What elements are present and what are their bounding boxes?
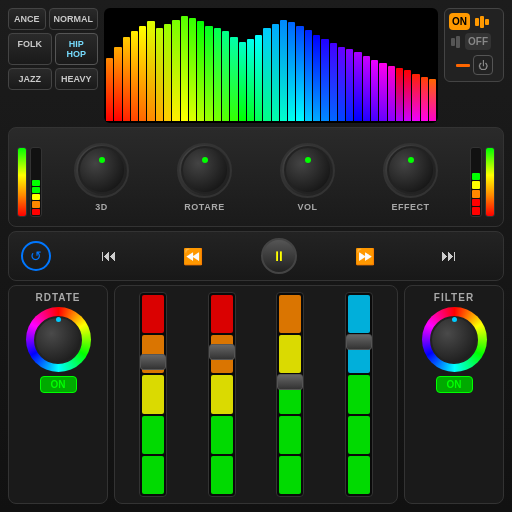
filter-knob[interactable] (422, 307, 487, 372)
fader-channel (190, 292, 255, 497)
spectrum-bar (371, 60, 378, 121)
spectrum-bar (338, 47, 345, 121)
spectrum-bar (429, 79, 436, 121)
rotate-label: RDTATE (35, 292, 80, 303)
genre-btn-folk[interactable]: FOLK (8, 33, 52, 65)
spectrum-bar (321, 39, 328, 121)
fader-track[interactable] (208, 292, 236, 497)
spectrum-bar (205, 26, 212, 121)
spectrum-bar (139, 26, 146, 121)
genre-row-3: JAZZ HEAVY (8, 68, 98, 90)
power-button[interactable]: ⏻ (473, 55, 493, 75)
genre-btn-jazz[interactable]: JAZZ (8, 68, 52, 90)
knob-effect-label: EFFECT (392, 202, 430, 212)
spectrum-bar (255, 35, 262, 121)
knob-3d-label: 3D (95, 202, 108, 212)
spectrum-bar (181, 16, 188, 121)
left-volume-sliders (17, 137, 42, 217)
spectrum-bar (363, 56, 370, 121)
spectrum-bar (222, 31, 229, 121)
spectrum-bar (421, 77, 428, 121)
fader-handle[interactable] (209, 344, 235, 360)
spectrum-bar (296, 26, 303, 121)
genre-row-1: ANCE NORMAL (8, 8, 98, 30)
prev-track-button[interactable]: ⏮ (93, 240, 125, 272)
filter-on-button[interactable]: ON (436, 376, 473, 393)
fader-handle[interactable] (140, 354, 166, 370)
spectrum-bar (131, 31, 138, 121)
spectrum-bar (388, 66, 395, 121)
transport-row: ↺ ⏮ ⏪ ⏸ ⏩ ⏭ (8, 231, 504, 281)
fader-channel (258, 292, 323, 497)
knob-rotare[interactable] (177, 143, 232, 198)
on-button[interactable]: ON (449, 13, 470, 30)
spectrum-bar (379, 63, 386, 121)
spectrum-bar (346, 49, 353, 121)
knob-vol[interactable] (280, 143, 335, 198)
fast-forward-button[interactable]: ⏩ (349, 240, 381, 272)
spectrum-bar (313, 35, 320, 121)
app-container: ANCE NORMAL FOLK HIP HOP JAZZ HEAVY ON (0, 0, 512, 512)
spectrum-bar (280, 20, 287, 121)
spectrum-bar (272, 24, 279, 121)
off-button[interactable]: OFF (465, 33, 491, 50)
fader-handle[interactable] (346, 334, 372, 350)
spectrum-bar (396, 68, 403, 121)
spectrum-bar (263, 28, 270, 121)
top-row: ANCE NORMAL FOLK HIP HOP JAZZ HEAVY ON (8, 8, 504, 123)
fader-handle[interactable] (277, 374, 303, 390)
rotate-knob[interactable] (26, 307, 91, 372)
eq-icon (473, 14, 491, 30)
genre-row-2: FOLK HIP HOP (8, 33, 98, 65)
fader-channel (327, 292, 392, 497)
spectrum-bar (247, 39, 254, 121)
left-slider-track[interactable] (30, 147, 42, 217)
spectrum-bar (123, 37, 130, 121)
filter-label: FILTER (434, 292, 474, 303)
pause-button[interactable]: ⏸ (261, 238, 297, 274)
knob-3d[interactable] (74, 143, 129, 198)
right-controls: ON OFF ⏻ (444, 8, 504, 123)
genre-btn-ance[interactable]: ANCE (8, 8, 46, 30)
right-volume-sliders (470, 137, 495, 217)
rewind-button[interactable]: ⏪ (177, 240, 209, 272)
spectrum-bar (214, 28, 221, 121)
fader-track[interactable] (139, 292, 167, 497)
rotate-on-button[interactable]: ON (40, 376, 77, 393)
spectrum-bar (197, 21, 204, 121)
genre-btn-normal[interactable]: NORMAL (49, 8, 99, 30)
transport-controls: ⏮ ⏪ ⏸ ⏩ ⏭ (67, 238, 491, 274)
spectrum-bar (172, 20, 179, 121)
spectrum-bar (412, 74, 419, 121)
spectrum-bar (354, 52, 361, 121)
knob-rotare-label: ROTARE (184, 202, 224, 212)
genre-btn-heavy[interactable]: HEAVY (55, 68, 99, 90)
right-slider-track[interactable] (470, 147, 482, 217)
spectrum-bar (288, 22, 295, 121)
loop-button[interactable]: ↺ (21, 241, 51, 271)
knob-vol-container: VOL (280, 143, 335, 212)
four-knobs: 3D ROTARE VOL EFFECT (50, 143, 462, 212)
filter-panel: FILTER ON (404, 285, 504, 504)
next-track-button[interactable]: ⏭ (433, 240, 465, 272)
knob-effect[interactable] (383, 143, 438, 198)
bottom-row: RDTATE ON FILTER ON (8, 285, 504, 504)
fader-track[interactable] (345, 292, 373, 497)
knob-rotare-container: ROTARE (177, 143, 232, 212)
knob-effect-container: EFFECT (383, 143, 438, 212)
spectrum-bar (147, 21, 154, 121)
genre-btn-hiphop[interactable]: HIP HOP (55, 33, 99, 65)
spectrum-bar (164, 24, 171, 121)
spectrum-bar (230, 37, 237, 121)
spectrum-bar (330, 43, 337, 121)
spectrum-bar (106, 58, 113, 121)
spectrum-bar (114, 47, 121, 121)
genre-panel: ANCE NORMAL FOLK HIP HOP JAZZ HEAVY (8, 8, 98, 123)
spectrum-bar (156, 28, 163, 121)
spectrum-analyzer (104, 8, 438, 123)
spectrum-bar (239, 42, 246, 121)
fader-track[interactable] (276, 292, 304, 497)
knobs-row: 3D ROTARE VOL EFFECT (8, 127, 504, 227)
faders-panel (114, 285, 398, 504)
spectrum-bar (189, 18, 196, 121)
